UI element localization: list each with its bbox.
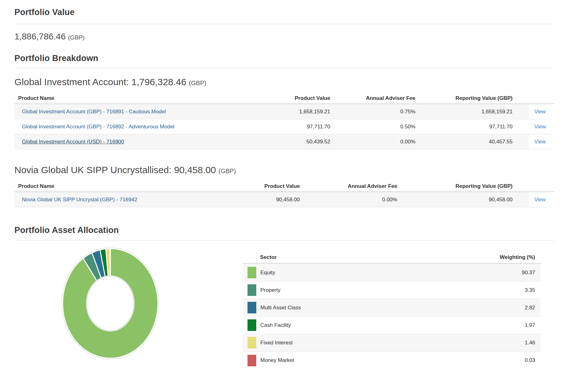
- legend-row-equity: Equity 90.37: [243, 264, 541, 281]
- legend-header: Sector Weighting (%): [243, 251, 541, 264]
- portfolio-total-value: 1,886,786.46 (GBP): [14, 32, 554, 42]
- table-row: Global Investment Account (GBP) - 716892…: [14, 119, 554, 134]
- legend-label: Cash Facility: [260, 322, 291, 328]
- sipp-title-text: Novia Global UK SIPP Uncrystallised:: [14, 165, 171, 175]
- legend-value: 3.35: [525, 287, 541, 293]
- legend-weighting-header: Weighting (%): [500, 254, 541, 260]
- adviser-fee-cell: 0.00%: [330, 139, 415, 145]
- col-header-reporting-value: Reporting Value (GBP): [397, 183, 513, 189]
- legend-label: Money Market: [260, 357, 294, 364]
- legend-label: Fixed Interest: [260, 340, 293, 346]
- portfolio-breakdown-heading: Portfolio Breakdown: [14, 53, 554, 64]
- allocation-legend-table: Sector Weighting (%) Equity 90.37 Proper…: [243, 251, 541, 369]
- asset-allocation-heading: Portfolio Asset Allocation: [14, 225, 554, 235]
- asset-allocation-section: Sector Weighting (%) Equity 90.37 Proper…: [14, 241, 554, 369]
- gia-table-header: Product Name Product Value Annual Advise…: [14, 93, 554, 104]
- legend-rows: Equity 90.37 Property 3.35 Multi Asset C…: [243, 264, 541, 369]
- view-link[interactable]: View: [534, 124, 546, 130]
- divider: [14, 24, 554, 24]
- gia-title-total: 1,796,328.46: [132, 77, 186, 87]
- product-value-cell: 1,658,159.21: [268, 109, 330, 115]
- legend-row-money-market: Money Market 0.03: [243, 352, 541, 369]
- col-header-product-value: Product Value: [237, 183, 300, 189]
- donut-chart: [14, 241, 227, 367]
- product-value-cell: 90,458.00: [237, 197, 300, 203]
- donut-hole: [87, 276, 134, 331]
- legend-label: Multi Asset Class: [260, 305, 301, 311]
- gia-title-text: Global Investment Account:: [14, 77, 129, 87]
- portfolio-total-amount: 1,886,786.46: [14, 32, 66, 41]
- table-row: Novia Global UK SIPP Uncrystal (GBP) - 7…: [14, 192, 554, 207]
- view-link[interactable]: View: [534, 197, 546, 203]
- portfolio-value-heading: Portfolio Value: [14, 7, 554, 18]
- portfolio-page: Portfolio Value 1,886,786.46 (GBP) Portf…: [0, 0, 568, 369]
- fixed-interest-swatch: [248, 337, 256, 348]
- equity-swatch: [248, 267, 256, 278]
- adviser-fee-cell: 0.50%: [330, 124, 415, 130]
- col-header-product-name: Product Name: [14, 183, 237, 189]
- sipp-products-table: Product Name Product Value Annual Advise…: [14, 181, 554, 207]
- portfolio-total-currency: (GBP): [68, 34, 85, 41]
- gia-section-title: Global Investment Account: 1,796,328.46 …: [14, 76, 554, 89]
- legend-value: 1.97: [525, 322, 541, 328]
- money-market-swatch: [248, 355, 256, 366]
- product-link-716942-sipp[interactable]: Novia Global UK SIPP Uncrystal (GBP) - 7…: [22, 197, 137, 203]
- product-value-cell: 50,439.52: [268, 139, 330, 145]
- sipp-title-total: 90,458.00: [174, 165, 216, 175]
- product-value-cell: 97,711.70: [268, 124, 330, 130]
- legend-row-multi-asset: Multi Asset Class 2.82: [243, 299, 541, 317]
- reporting-value-cell: 40,457.55: [415, 139, 513, 145]
- gia-products-table: Product Name Product Value Annual Advise…: [14, 93, 554, 149]
- legend-row-fixed-interest: Fixed Interest 1.46: [243, 334, 541, 352]
- reporting-value-cell: 90,458.00: [397, 197, 513, 203]
- col-header-product-name: Product Name: [14, 95, 268, 101]
- table-row: Global Investment Account (USD) - 716900…: [14, 134, 554, 149]
- adviser-fee-cell: 0.75%: [330, 109, 415, 115]
- divider: [14, 68, 554, 68]
- gia-title-currency: (GBP): [189, 80, 206, 86]
- sipp-title-currency: (GBP): [218, 168, 236, 174]
- table-row: Global Investment Account (GBP) - 716891…: [14, 104, 554, 119]
- multi-asset-swatch: [248, 302, 256, 313]
- sipp-section-title: Novia Global UK SIPP Uncrystallised: 90,…: [14, 164, 554, 177]
- legend-value: 2.82: [525, 305, 541, 311]
- product-link-716891-cautious[interactable]: Global Investment Account (GBP) - 716891…: [22, 109, 166, 115]
- product-link-716900-usd[interactable]: Global Investment Account (USD) - 716900: [22, 139, 124, 145]
- col-header-adviser-fee: Annual Adviser Fee: [330, 95, 415, 101]
- property-swatch: [248, 284, 256, 296]
- legend-row-property: Property 3.35: [243, 281, 541, 299]
- cash-facility-swatch: [248, 319, 256, 331]
- adviser-fee-cell: 0.00%: [300, 197, 397, 203]
- legend-value: 1.46: [525, 340, 541, 346]
- col-header-reporting-value: Reporting Value (GBP): [415, 95, 513, 101]
- legend-label: Property: [260, 287, 280, 293]
- reporting-value-cell: 1,658,159.21: [415, 109, 513, 115]
- donut-chart-svg: [51, 241, 170, 367]
- col-header-adviser-fee: Annual Adviser Fee: [300, 183, 397, 189]
- legend-sector-header: Sector: [243, 254, 277, 260]
- legend-value: 0.03: [525, 357, 541, 364]
- legend-value: 90.37: [522, 270, 541, 276]
- legend-label: Equity: [260, 270, 275, 276]
- view-link[interactable]: View: [534, 139, 546, 145]
- sipp-table-header: Product Name Product Value Annual Advise…: [14, 181, 554, 192]
- legend-row-cash-facility: Cash Facility 1.97: [243, 317, 541, 334]
- product-link-716892-adventurous[interactable]: Global Investment Account (GBP) - 716892…: [22, 124, 175, 130]
- reporting-value-cell: 97,711.70: [415, 124, 513, 130]
- col-header-product-value: Product Value: [268, 95, 330, 101]
- view-link[interactable]: View: [534, 109, 546, 115]
